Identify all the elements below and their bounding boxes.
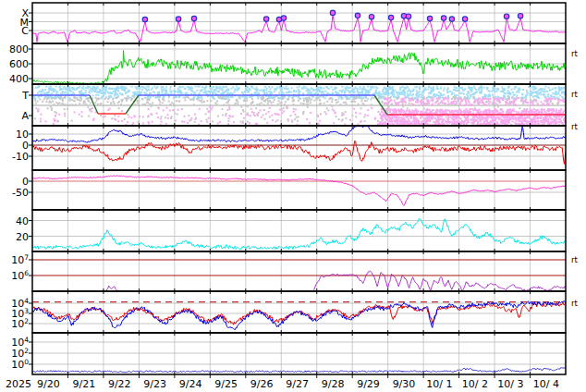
xtick-label: 9/22 <box>108 378 131 390</box>
xtick-label: 10/ 1 <box>426 378 452 390</box>
ytick-label: 600 <box>9 58 29 70</box>
rt-label: rt <box>571 255 578 264</box>
xtick-label: 10/ 3 <box>497 378 523 390</box>
year-label: 2025 <box>6 378 31 390</box>
ytick-label: 400 <box>9 73 29 85</box>
xtick-label: 9/30 <box>393 378 416 390</box>
xtick-label: 9/26 <box>250 378 274 390</box>
ytick-label: 40 <box>16 215 29 227</box>
ytick-label: A <box>21 110 29 122</box>
xtick-label: 9/23 <box>143 378 166 390</box>
xtick-label: 9/28 <box>322 378 345 390</box>
ytick-label: 800 <box>9 43 29 55</box>
rt-label: rt <box>571 90 578 99</box>
ytick-label: 20 <box>16 231 29 243</box>
xtick-label: 10/ 2 <box>462 378 488 390</box>
xtick-label: 9/29 <box>357 378 380 390</box>
rt-label: rt <box>571 299 578 308</box>
ytick-label: C <box>21 25 29 37</box>
ytick-label: -10 <box>12 151 29 163</box>
space-weather-multipanel-chart: XMC800600400rtTArt100-10rt0-504020107106… <box>0 0 586 392</box>
xtick-label: 9/27 <box>286 378 309 390</box>
xtick-label: 9/21 <box>72 378 95 390</box>
chart-canvas: XMC800600400rtTArt100-10rt0-504020107106… <box>0 0 586 392</box>
ytick-label: T <box>21 90 29 102</box>
rt-label: rt <box>571 49 578 58</box>
rt-label: rt <box>571 122 578 131</box>
xtick-label: 9/20 <box>37 378 60 390</box>
xtick-label: 10/ 4 <box>533 378 559 390</box>
ytick-label: -50 <box>12 187 29 199</box>
xtick-label: 9/24 <box>179 378 202 390</box>
xtick-label: 9/25 <box>214 378 238 390</box>
